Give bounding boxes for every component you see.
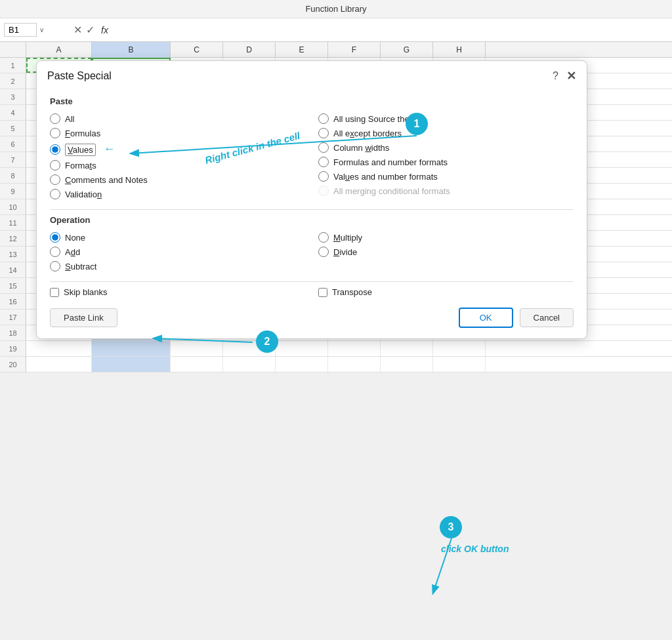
skip-blanks-checkbox[interactable] xyxy=(50,288,59,297)
radio-formulas-num-input[interactable] xyxy=(318,157,329,167)
radio-all[interactable]: All xyxy=(50,111,305,126)
radio-all-merging: All merging conditional formats xyxy=(318,184,574,198)
transpose-checkbox[interactable] xyxy=(318,288,327,297)
col-header-e: E xyxy=(276,42,328,58)
cell-ref-box[interactable]: B1 xyxy=(4,23,37,37)
paste-link-button[interactable]: Paste Link xyxy=(50,308,117,327)
paste-left-col: All Formulas Values ← Formats xyxy=(50,111,305,201)
confirm-formula-icon[interactable]: ✓ xyxy=(86,24,94,36)
dialog-controls: ? ✕ xyxy=(553,69,576,83)
row-num: 8 xyxy=(0,168,26,183)
row-num: 18 xyxy=(0,325,26,340)
row-num: 2 xyxy=(0,73,26,89)
operation-section-label: Operation xyxy=(50,215,574,225)
cancel-formula-icon[interactable]: ✕ xyxy=(74,24,82,36)
radio-multiply[interactable]: Multiply xyxy=(318,230,574,245)
radio-col-widths-input[interactable] xyxy=(318,142,329,153)
radio-col-widths[interactable]: Column widths xyxy=(318,140,574,155)
fx-icon: fx xyxy=(101,25,108,35)
col-header-d: D xyxy=(223,42,276,58)
ok-button[interactable]: OK xyxy=(459,308,513,328)
col-header-b: B xyxy=(92,42,171,58)
click-ok-annotation: click OK button xyxy=(441,544,509,554)
col-header-c: C xyxy=(171,42,223,58)
radio-validation[interactable]: Validation xyxy=(50,187,305,201)
cancel-button[interactable]: Cancel xyxy=(520,308,574,327)
row-num: 20 xyxy=(0,357,26,372)
operation-right-col: Multiply Divide xyxy=(318,230,574,273)
radio-add-label: Add xyxy=(65,247,80,257)
radio-formulas-input[interactable] xyxy=(50,128,60,138)
radio-formulas-num-label: Formulas and number formats xyxy=(333,157,448,167)
step-2-label: 2 xyxy=(264,336,270,348)
radio-values-input[interactable] xyxy=(50,144,60,155)
cell-ref-dropdown-icon[interactable]: ∨ xyxy=(39,26,44,33)
bottom-checkboxes-row: Skip blanks Transpose xyxy=(50,287,574,297)
paste-options-grid: All Formulas Values ← Formats xyxy=(50,111,574,201)
radio-all-source[interactable]: All using Source theme xyxy=(318,111,574,126)
skip-blanks-row[interactable]: Skip blanks xyxy=(50,287,305,297)
column-headers: A B C D E F G H xyxy=(0,42,672,58)
radio-none-input[interactable] xyxy=(50,232,60,243)
col-header-h: H xyxy=(433,42,486,58)
top-bar-title: Function Library xyxy=(305,4,366,14)
table-row: 19 xyxy=(0,341,672,357)
radio-none-label: None xyxy=(65,233,85,243)
radio-comments-label: Comments and Notes xyxy=(65,175,148,185)
radio-comments[interactable]: Comments and Notes xyxy=(50,172,305,187)
row-num-header xyxy=(0,42,26,57)
radio-subtract[interactable]: Subtract xyxy=(50,259,305,273)
row-num: 16 xyxy=(0,294,26,309)
step-1-label: 1 xyxy=(414,118,420,130)
dialog-buttons: Paste Link OK Cancel xyxy=(50,308,574,328)
transpose-row[interactable]: Transpose xyxy=(318,287,574,297)
step-1-bubble: 1 xyxy=(406,113,428,135)
radio-add[interactable]: Add xyxy=(50,245,305,259)
radio-validation-label: Validation xyxy=(65,190,102,199)
radio-multiply-input[interactable] xyxy=(318,232,329,243)
transpose-label: Transpose xyxy=(332,287,372,297)
dialog-close-icon[interactable]: ✕ xyxy=(566,69,576,83)
radio-all-except[interactable]: All except borders xyxy=(318,126,574,140)
radio-all-source-input[interactable] xyxy=(318,113,329,124)
radio-formats-input[interactable] xyxy=(50,160,60,170)
radio-divide[interactable]: Divide xyxy=(318,245,574,259)
radio-divide-input[interactable] xyxy=(318,247,329,257)
row-num: 7 xyxy=(0,152,26,167)
radio-none[interactable]: None xyxy=(50,230,305,245)
radio-all-merging-label: All merging conditional formats xyxy=(333,186,450,196)
radio-subtract-input[interactable] xyxy=(50,261,60,271)
row-num: 1 xyxy=(0,58,26,73)
col-header-g: G xyxy=(381,42,433,58)
row-num: 19 xyxy=(0,341,26,356)
row-num: 12 xyxy=(0,231,26,246)
radio-validation-input[interactable] xyxy=(50,189,60,199)
radio-all-input[interactable] xyxy=(50,113,60,124)
radio-formulas-num[interactable]: Formulas and number formats xyxy=(318,155,574,169)
radio-all-except-input[interactable] xyxy=(318,128,329,138)
row-num: 3 xyxy=(0,89,26,104)
radio-add-input[interactable] xyxy=(50,247,60,257)
radio-values-num[interactable]: Values and number formats xyxy=(318,169,574,184)
row-num: 6 xyxy=(0,136,26,151)
dialog-help-icon[interactable]: ? xyxy=(553,70,558,82)
operation-left-col: None Add Subtract xyxy=(50,230,305,273)
radio-formats-label: Formats xyxy=(65,161,96,170)
paste-special-dialog: Paste Special ? ✕ Paste All Formulas xyxy=(36,60,587,339)
col-header-f: F xyxy=(328,42,381,58)
section-divider xyxy=(50,209,574,210)
spreadsheet-wrapper: A B C D E F G H 1 500 ← xyxy=(0,42,672,372)
paste-right-col: All using Source theme All except border… xyxy=(318,111,574,201)
radio-comments-input[interactable] xyxy=(50,174,60,185)
section-divider-2 xyxy=(50,281,574,282)
radio-values-num-label: Values and number formats xyxy=(333,172,438,182)
radio-formats[interactable]: Formats xyxy=(50,158,305,172)
step-2-bubble: 2 xyxy=(256,330,278,353)
radio-values-num-input[interactable] xyxy=(318,171,329,182)
step-3-bubble: 3 xyxy=(440,516,462,538)
top-bar: Function Library xyxy=(0,0,672,18)
formula-input[interactable] xyxy=(112,25,668,35)
row-num: 4 xyxy=(0,105,26,120)
row-num: 5 xyxy=(0,121,26,136)
col-header-a: A xyxy=(26,42,92,58)
